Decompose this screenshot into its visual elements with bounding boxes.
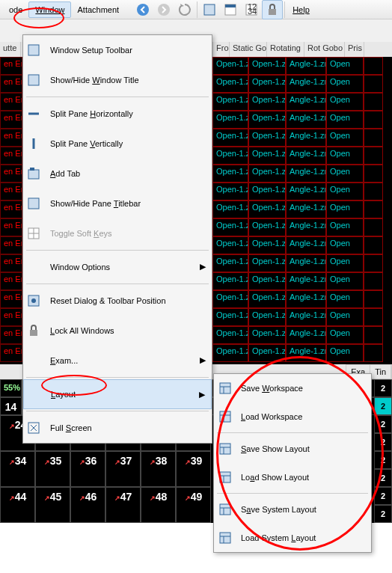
grid-cell: Open (326, 75, 364, 93)
grid-cell: Open (326, 200, 364, 218)
svg-rect-23 (220, 383, 230, 393)
grid-cell: Open (326, 57, 364, 75)
grid-cell: Angle-1.zr (286, 200, 326, 218)
grid-cell: Open-1.zr (248, 326, 286, 344)
svg-point-0 (137, 4, 149, 16)
lock-button[interactable] (262, 0, 283, 19)
grid-cell[interactable]: en En (0, 165, 22, 183)
column-header[interactable]: utte (0, 42, 21, 57)
menu-item[interactable]: Window Options▶ (23, 252, 212, 282)
num-cell[interactable]: ↗46 (70, 487, 105, 523)
grid-cell[interactable]: en En (0, 129, 22, 147)
submenu-arrow-icon: ▶ (200, 262, 206, 272)
grid-cell[interactable]: en En (0, 308, 22, 326)
menu-item[interactable]: Add Tab (23, 159, 212, 189)
num-cell[interactable]: ↗48 (141, 487, 176, 523)
right-col-cell: 2 (374, 433, 392, 451)
help-label: Help (293, 5, 310, 14)
submenu-item[interactable]: Save System Layout (214, 495, 371, 524)
panel2-button[interactable] (220, 0, 241, 19)
column-header[interactable]: Fro (213, 42, 230, 57)
numbers-button[interactable]: 1234 (241, 0, 262, 19)
menu-item[interactable]: Full Screen (23, 413, 212, 443)
none-icon (23, 354, 44, 367)
panel-icon (202, 2, 217, 17)
svg-rect-14 (30, 168, 34, 171)
submenu-item[interactable]: Save Workspace (214, 374, 371, 402)
menu-item[interactable]: Reset Dialog & Toolbar Position (23, 286, 212, 316)
grid-cell[interactable]: en En (0, 183, 22, 200)
submenu-item[interactable]: Load Workspace (214, 402, 371, 431)
menu-item[interactable]: Exam...▶ (23, 346, 212, 376)
num-cell[interactable]: ↗44 (0, 487, 35, 523)
grid-cell[interactable]: en En (0, 326, 22, 344)
grid-cell[interactable]: en En (0, 344, 22, 362)
menu-item[interactable]: Split Pane Horizontally (23, 99, 212, 129)
back-button[interactable] (132, 0, 153, 19)
grid-cell[interactable]: en En (0, 254, 22, 272)
column-header[interactable]: Pris (345, 42, 364, 57)
submenu-item[interactable]: Load System Layout (214, 524, 371, 552)
menu-item[interactable]: Show/Hide Pane Titlebar (23, 189, 212, 218)
right-col-cell: 2 (374, 505, 392, 523)
menu-item[interactable]: Lock All Windows (23, 316, 212, 346)
grid-cell[interactable]: en En (0, 218, 22, 236)
refresh-button[interactable] (174, 0, 195, 19)
menu-help[interactable]: Help (287, 2, 316, 17)
grid-cell[interactable]: en En (0, 75, 22, 93)
num-cell[interactable]: ↗38 (141, 451, 176, 487)
grid-cell: Open-1.zr (248, 75, 286, 93)
grid-cell (364, 147, 383, 165)
grid-cell: Open (326, 93, 364, 111)
grid-cell (364, 200, 383, 218)
menu-item: Toggle Soft Keys (23, 218, 212, 248)
grid-cell: Open (326, 111, 364, 129)
right-col-cell: 2 (374, 415, 392, 433)
menu-mode[interactable]: ode (3, 2, 28, 17)
grid-cell[interactable]: en En (0, 111, 22, 129)
svg-rect-29 (220, 444, 230, 454)
panel-icon (23, 73, 44, 87)
menu-item[interactable]: Window Setup Toolbar (23, 35, 212, 65)
grid-cell[interactable]: en En (0, 147, 22, 165)
menu-item[interactable]: Layout▶ (23, 379, 212, 409)
num-cell[interactable]: 14 (0, 397, 22, 415)
column-header[interactable]: Static Go (230, 42, 267, 57)
panel1-button[interactable] (199, 0, 220, 19)
grid-cell: Open-1.zr (212, 236, 248, 254)
grid-cell: Open-1.zr (248, 218, 286, 236)
num-cell[interactable]: ↗34 (0, 451, 35, 487)
menu-window[interactable]: Window (28, 1, 71, 18)
submenu-label: Save System Layout (236, 505, 316, 514)
menu-label: Exam... (44, 356, 212, 365)
layout-icon (214, 531, 236, 545)
forward-button[interactable] (153, 0, 174, 19)
column-header[interactable]: Rotating (267, 42, 304, 57)
num-cell[interactable]: ↗37 (105, 451, 141, 487)
num-cell[interactable]: ↗36 (70, 451, 105, 487)
grid-cell: Open-1.zr (248, 236, 286, 254)
menu-label: Lock All Windows (44, 326, 212, 335)
grid-cell[interactable]: en En (0, 290, 22, 308)
grid-cell (364, 183, 383, 200)
column-header[interactable]: Rot Gobo (304, 42, 345, 57)
menu-separator (26, 284, 209, 284)
num-cell[interactable]: ↗47 (105, 487, 141, 523)
menu-attachment[interactable]: Attachment (71, 2, 125, 17)
num-cell[interactable]: ↗39 (176, 451, 211, 487)
grid-cell: Open (326, 147, 364, 165)
submenu-item[interactable]: Load Show Layout (214, 463, 371, 491)
grid-cell: Open-1.zr (212, 218, 248, 236)
submenu-item[interactable]: Save Show Layout (214, 435, 371, 463)
grid-cell[interactable]: en En (0, 236, 22, 254)
grid-cell[interactable]: en En (0, 93, 22, 111)
num-cell[interactable]: ↗49 (176, 487, 211, 523)
num-cell[interactable]: ↗45 (35, 487, 70, 523)
menu-item[interactable]: Split Pane Vertically (23, 129, 212, 159)
grid-cell[interactable]: en En (0, 200, 22, 218)
grid-cell[interactable]: en En (0, 57, 22, 75)
grid-cell[interactable]: en En (0, 272, 22, 290)
svg-rect-8 (269, 9, 276, 15)
menu-item[interactable]: Show/Hide Window Title (23, 65, 212, 95)
num-cell[interactable]: ↗35 (35, 451, 70, 487)
